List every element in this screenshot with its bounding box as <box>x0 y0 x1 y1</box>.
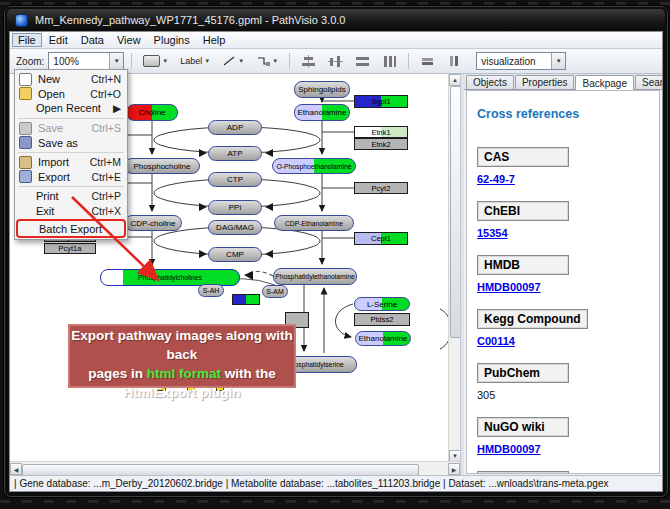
toolbar-separator <box>289 53 290 69</box>
distribute-vertical-button[interactable] <box>378 51 401 71</box>
label-tool-text: Label <box>180 56 202 66</box>
align-middle-icon <box>328 55 343 68</box>
crossref-value[interactable]: HMDB00097 <box>477 443 649 455</box>
chevron-down-icon[interactable]: ▼ <box>162 58 168 64</box>
pathway-node-etnk1[interactable]: Etnk1 <box>354 126 408 138</box>
datanode-tool-button[interactable]: ▼ <box>139 51 172 71</box>
menu-file[interactable]: File <box>12 33 42 47</box>
file-menu-item-new[interactable]: NewCtrl+N <box>15 72 127 87</box>
crossref-link[interactable]: HMDB00097 <box>477 443 541 455</box>
chevron-down-icon[interactable]: ▼ <box>204 58 210 64</box>
distribute-horizontal-button[interactable] <box>351 51 374 71</box>
visualization-combobox[interactable]: visualization ▼ <box>476 52 566 70</box>
align-middle-button[interactable] <box>324 51 347 71</box>
annotation-line2-pre: pages in <box>88 366 147 381</box>
menu-data[interactable]: Data <box>75 33 110 47</box>
crossref-value[interactable]: 62-49-7 <box>477 173 649 185</box>
pathway-node-s-am[interactable]: S-AM <box>262 285 288 298</box>
pathway-node-phosphatidylethanolamine[interactable]: Phosphatidylethanolamine <box>273 268 357 285</box>
crossref-value[interactable]: 15354 <box>477 227 649 239</box>
crossref-header: Kegg Compound <box>477 309 588 329</box>
crossref-link[interactable]: 15354 <box>477 227 508 239</box>
export-icon <box>19 170 32 183</box>
menu-item-shortcut: Ctrl+N <box>91 73 121 85</box>
pathway-node-cept1[interactable]: Cept1 <box>354 232 408 245</box>
crossref-header: CAS <box>477 147 569 167</box>
stack-vertical-button[interactable] <box>443 51 466 71</box>
pathway-node-choline[interactable]: Choline <box>126 104 178 121</box>
align-center-button[interactable] <box>297 51 320 71</box>
scroll-right-icon[interactable]: ▶ <box>448 463 460 475</box>
connector-tool-button[interactable]: ▼ <box>252 51 282 71</box>
crossref-header: NuGO wiki <box>477 417 569 437</box>
pathway-node-sgpl1[interactable]: Sgpl1 <box>354 95 408 108</box>
menu-plugins[interactable]: Plugins <box>148 33 196 47</box>
menu-view[interactable]: View <box>111 33 147 47</box>
pathway-node-cdp-ethanolamine[interactable]: CDP-Ethanolamine <box>274 215 354 231</box>
file-menu-item-save-as[interactable]: Save as <box>15 135 127 150</box>
file-menu-item-export[interactable]: ExportCtrl+E <box>15 170 127 185</box>
pathway-node-atp[interactable]: ATP <box>208 146 262 161</box>
pathway-node-unlabeled[interactable] <box>232 294 260 305</box>
crossref-link[interactable]: C00114 <box>477 335 515 347</box>
file-menu-item-open[interactable]: OpenCtrl+O <box>15 87 127 102</box>
distribute-horizontal-icon <box>355 55 370 68</box>
sidebar-tabs: ObjectsPropertiesBackpageSearchLegend <box>464 74 662 90</box>
file-menu-item-import[interactable]: ImportCtrl+M <box>15 155 127 170</box>
menu-separator <box>18 152 124 153</box>
menu-bar: FileEditDataViewPluginsHelp <box>10 32 662 49</box>
menu-edit[interactable]: Edit <box>43 33 74 47</box>
pathway-node-l-serine[interactable]: L-Serine <box>354 297 410 311</box>
pathway-node-ppi[interactable]: PPi <box>208 200 262 215</box>
pathway-node-o-phosphoethanolamine[interactable]: O-Phosphoethanolamine <box>272 158 356 174</box>
scroll-left-icon[interactable]: ◀ <box>10 463 22 475</box>
pathway-node-cmp[interactable]: CMP <box>208 247 262 262</box>
crossref-link[interactable]: HMDB00097 <box>477 281 541 293</box>
menu-item-label: Import <box>38 156 90 168</box>
title-bar[interactable]: Mm_Kennedy_pathway_WP1771_45176.gpml - P… <box>7 9 665 31</box>
pathway-node-ptdss2[interactable]: Ptdss2 <box>354 313 410 326</box>
pathway-node-etnk2[interactable]: Etnk2 <box>354 138 408 150</box>
file-menu-item-batch-export[interactable]: Batch Export <box>18 221 124 236</box>
chevron-down-icon[interactable]: ▼ <box>238 58 244 64</box>
pathway-node-sphingolipids[interactable]: Sphingolipids <box>294 81 350 98</box>
status-text: | Gene database: ...m_Derby_20120602.bri… <box>14 478 608 489</box>
save-icon <box>19 122 32 135</box>
app-icon <box>15 14 28 27</box>
crossref-section-kegg-compound: Kegg CompoundC00114 <box>477 309 649 347</box>
crossref-link[interactable]: 62-49-7 <box>477 173 515 185</box>
elbow-connector-icon <box>256 55 270 67</box>
pathway-node-s-ah[interactable]: S-AH <box>198 284 224 297</box>
file-menu-item-exit[interactable]: ExitCtrl+X <box>15 204 127 219</box>
tab-search[interactable]: Search <box>635 75 663 89</box>
pathway-node-pcyt2[interactable]: Pcyt2 <box>354 182 408 194</box>
chevron-down-icon[interactable]: ▼ <box>551 53 565 69</box>
zoom-combobox[interactable]: 100% ▼ <box>48 52 124 70</box>
file-menu-item-print[interactable]: PrintCtrl+P <box>15 189 127 204</box>
pathway-node-phosphocholine[interactable]: Phosphocholine <box>124 158 200 174</box>
pathway-node-adp[interactable]: ADP <box>208 120 262 135</box>
crossref-text: 305 <box>477 389 495 401</box>
canvas-horizontal-scrollbar[interactable]: ◀ ▶ <box>10 461 460 476</box>
file-menu-item-save[interactable]: SaveCtrl+S <box>15 121 127 136</box>
crossref-value[interactable]: HMDB00097 <box>477 281 649 293</box>
menu-item-shortcut: Ctrl+E <box>92 171 121 183</box>
none-icon <box>19 206 30 217</box>
tab-objects[interactable]: Objects <box>466 75 514 89</box>
pathway-node-dag-mag[interactable]: DAG/MAG <box>208 220 262 235</box>
pathway-node-cdp-choline[interactable]: CDP-choline <box>124 215 182 231</box>
line-tool-button[interactable]: ▼ <box>218 51 248 71</box>
tab-properties[interactable]: Properties <box>515 75 575 89</box>
pathway-node-ctp[interactable]: CTP <box>208 172 262 187</box>
stack-horizontal-button[interactable] <box>416 51 439 71</box>
crossref-value[interactable]: C00114 <box>477 335 649 347</box>
pathway-node-ethanolamine[interactable]: Ethanolamine <box>355 331 411 346</box>
chevron-down-icon[interactable]: ▼ <box>109 53 123 69</box>
tab-backpage[interactable]: Backpage <box>575 75 633 90</box>
file-menu-item-open-recent[interactable]: Open Recent▶ <box>15 101 127 116</box>
pathway-node-pcyt1a[interactable]: Pcyt1a <box>44 243 96 254</box>
menu-help[interactable]: Help <box>197 33 232 47</box>
chevron-down-icon[interactable]: ▼ <box>272 58 278 64</box>
label-tool-button[interactable]: Label ▼ <box>176 51 214 71</box>
pathway-node-ethanolamine[interactable]: Ethanolamine <box>294 104 350 121</box>
